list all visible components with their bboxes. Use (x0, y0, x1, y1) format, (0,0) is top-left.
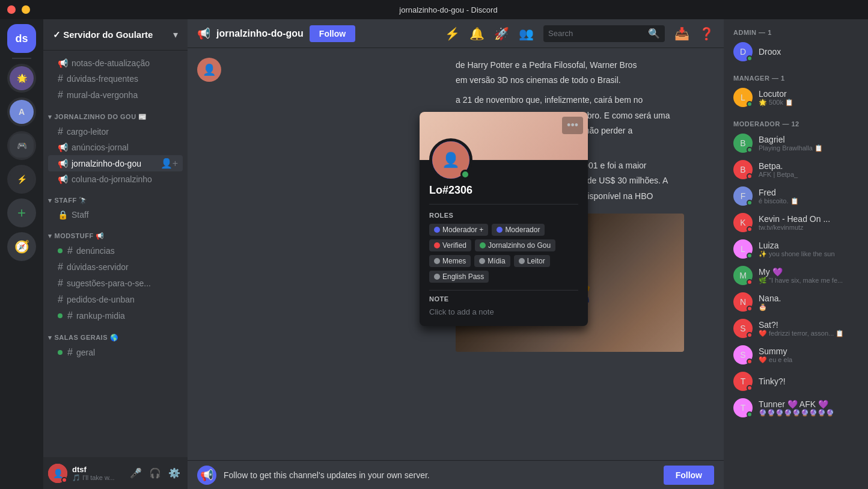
category-label: JORNALZINHO DO GOU 📰 (55, 113, 147, 121)
member-avatar: F (733, 186, 753, 206)
channel-name: notas-de-atualização (72, 58, 150, 68)
server-icon-4[interactable]: ⚡ (7, 165, 36, 194)
member-sat[interactable]: S Sat?! ❤️ fedrizzi terror, asson... 📋 (729, 315, 863, 342)
close-button[interactable] (7, 5, 16, 14)
channel-item-cargo[interactable]: # cargo-leitor (48, 124, 183, 140)
member-name: Fred (759, 188, 858, 197)
server-header[interactable]: ✓ Servidor do Goularte ▾ (43, 19, 188, 51)
server-icon-3[interactable]: 🎮 (7, 131, 36, 160)
category-label: MODSTUFF 📢 (55, 232, 105, 240)
members-group-moderador: MODERADOR — 12 B Bagriel Playing Brawlha… (729, 120, 863, 421)
messages-container: 👤 ••• Lo#2306 ROLES (188, 48, 724, 460)
channel-item-denuncias[interactable]: # denúncias (48, 243, 183, 259)
channel-item-duvidas[interactable]: # dúvidas-frequentes (48, 71, 183, 87)
member-locutor[interactable]: L Locutor 🌟 500k 📋 (729, 84, 863, 111)
explore-button[interactable]: 🧭 (7, 232, 36, 261)
role-dot (480, 242, 486, 248)
member-sub: 🔮🔮🔮🔮🔮🔮🔮🔮🔮 (759, 409, 858, 417)
channel-item-staff[interactable]: 🔒 Staff (48, 208, 183, 222)
member-avatar: B (733, 160, 753, 179)
profile-username: Lo#2306 (429, 184, 578, 197)
role-badge-midia: Mídia (474, 255, 510, 267)
members-icon[interactable]: 👥 (519, 26, 534, 41)
channel-item-mural[interactable]: # mural-da-vergonha (48, 87, 183, 103)
more-options-button[interactable]: ••• (562, 117, 583, 134)
follow-button[interactable]: Follow (310, 25, 355, 42)
channel-item-pedidos[interactable]: # pedidos-de-unban (48, 292, 183, 307)
settings-button[interactable]: ⚙️ (166, 465, 183, 482)
category-label: SALAS GERAIS 🌎 (55, 334, 119, 342)
member-fred[interactable]: F Fred é biscoito. 📋 (729, 183, 863, 209)
member-avatar: D (733, 42, 753, 61)
member-avatar: M (733, 266, 753, 285)
member-my[interactable]: M My 💜 🌿 "I have six, make me fe... (729, 262, 863, 289)
boost-icon[interactable]: 🚀 (494, 26, 509, 41)
channel-name: dúvidas-frequentes (67, 74, 138, 84)
channel-item-geral[interactable]: # geral (48, 345, 183, 360)
add-server-button[interactable]: + (7, 198, 36, 227)
category-staff[interactable]: ▾ STAFF 🔭 (43, 187, 188, 207)
channel-name: jornalzinho-do-gou (72, 159, 141, 168)
role-label: Mídia (487, 257, 505, 265)
member-status-dot (747, 173, 753, 179)
member-avatar: S (733, 319, 753, 338)
notifications-icon[interactable]: 🔔 (469, 26, 484, 41)
note-field[interactable]: Click to add a note (429, 307, 578, 316)
member-betpa[interactable]: B Betpa. AFK | Betpa_ (729, 156, 863, 183)
titlebar: jornalzinho-do-gou - Discord (0, 0, 868, 19)
message-avatar: 👤 (197, 58, 221, 82)
server-list: ds 🌟 A 🎮 ⚡ + 🧭 (0, 19, 43, 489)
member-sub: é biscoito. 📋 (759, 197, 858, 205)
channel-item-jornalzinho[interactable]: 📢 jornalzinho-do-gou 👤+ (48, 155, 183, 171)
member-nana[interactable]: N Nana. 🎂 (729, 289, 863, 315)
role-badge-moderador-plus: Moderador + (429, 224, 488, 236)
member-droox[interactable]: D Droox (729, 38, 863, 65)
server-icon-2[interactable]: A (7, 97, 36, 126)
minimize-button[interactable] (22, 5, 30, 14)
category-salas[interactable]: ▾ SALAS GERAIS 🌎 (43, 324, 188, 344)
headphones-button[interactable]: 🎧 (147, 465, 164, 482)
member-summy[interactable]: S Summy ❤️ eu e ela (729, 342, 863, 368)
category-jornalzinho[interactable]: ▾ JORNALZINHO DO GOU 📰 (43, 103, 188, 123)
channel-item-anuncios[interactable]: 📢 anúncios-jornal (48, 140, 183, 155)
member-sub: 🌿 "I have six, make me fe... (759, 277, 858, 284)
microphone-button[interactable]: 🎤 (127, 465, 144, 482)
member-avatar: S (733, 345, 753, 364)
member-status-dot (747, 55, 753, 61)
user-avatar: 👤 (48, 464, 67, 483)
channel-item-coluna[interactable]: 📢 coluna-do-jornalzinho (48, 172, 183, 186)
member-status-dot (747, 306, 753, 312)
chevron-down-icon: ▾ (173, 29, 178, 40)
member-avatar: T (733, 372, 753, 391)
member-sub: 🎂 (759, 303, 858, 311)
member-luiza[interactable]: L Luiza ✨ you shone like the sun (729, 236, 863, 262)
member-name: Betpa. (759, 161, 858, 171)
member-bagriel[interactable]: B Bagriel Playing Brawlhalla 📋 (729, 130, 863, 156)
channel-item-notas[interactable]: 📢 notas-de-atualização (48, 56, 183, 70)
manager-group-title: MANAGER — 1 (729, 75, 863, 82)
channel-item-duvidas-servidor[interactable]: # dúvidas-servidor (48, 259, 183, 275)
member-kevin[interactable]: K Kevin - Head On ... tw.tv/kevinmutz (729, 209, 863, 236)
chat-area: 👤 ••• Lo#2306 ROLES (188, 48, 724, 489)
server-icon-1[interactable]: 🌟 (7, 64, 36, 93)
search-input[interactable] (548, 29, 644, 38)
server-name: ✓ Servidor do Goularte (53, 29, 153, 40)
search-bar[interactable]: 🔍 (543, 25, 665, 42)
announcement-icon: 📢 (197, 466, 216, 485)
category-modstuff[interactable]: ▾ MODSTUFF 📢 (43, 223, 188, 242)
help-icon[interactable]: ❓ (699, 26, 714, 41)
channel-item-rankup[interactable]: # rankup-midia (48, 308, 183, 324)
member-status-dot (747, 147, 753, 153)
hash-icon: # (58, 294, 63, 305)
inbox-icon[interactable]: 📥 (674, 26, 689, 41)
member-info: Summy ❤️ eu e ela (759, 346, 858, 364)
server-icon-ds[interactable]: ds (7, 24, 36, 53)
bottom-follow-button[interactable]: Follow (664, 466, 714, 485)
user-info: dtsf 🎵 I'll take w... (72, 465, 123, 482)
member-avatar: L (733, 88, 753, 107)
channel-item-sugestoes[interactable]: # sugestões-para-o-se... (48, 275, 183, 291)
member-tunner[interactable]: T Tunner 💜 AFK 💜 🔮🔮🔮🔮🔮🔮🔮🔮🔮 (729, 395, 863, 421)
username: dtsf (72, 465, 123, 474)
threads-icon[interactable]: ⚡ (445, 26, 460, 41)
member-tinky[interactable]: T Tinky?! (729, 368, 863, 395)
